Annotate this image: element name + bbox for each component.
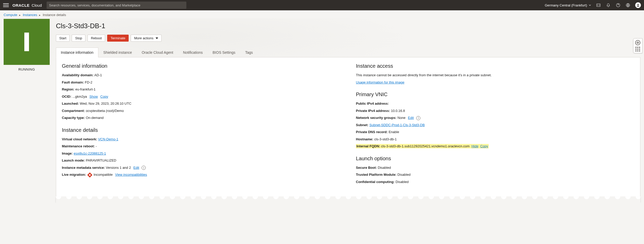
tab-instance-information[interactable]: Instance information bbox=[56, 48, 98, 57]
search-box[interactable] bbox=[47, 2, 186, 9]
image-key: Image: bbox=[62, 151, 73, 155]
metadata-key: Instance metadata service: bbox=[62, 166, 105, 170]
more-actions-button[interactable]: More actions bbox=[131, 35, 161, 42]
ocid-key: OCID: bbox=[62, 95, 71, 98]
topbar: ORACLE Cloud Germany Central (Frankfurt) bbox=[0, 0, 644, 10]
section-general-information: General information bbox=[62, 63, 340, 69]
launch-mode-key: Launch mode: bbox=[62, 158, 85, 162]
metadata-value: Versions 1 and 2 bbox=[106, 166, 131, 170]
start-button[interactable]: Start bbox=[56, 35, 70, 42]
chevron-down-icon bbox=[156, 37, 158, 39]
fqdn-hide-link[interactable]: Hide bbox=[471, 144, 478, 148]
dev-tools-icon[interactable] bbox=[596, 3, 601, 8]
nsg-value: None bbox=[397, 116, 405, 120]
ad-value: AD-1 bbox=[94, 73, 102, 77]
ad-key: Availability domain: bbox=[62, 73, 93, 77]
launch-mode-value: PARAVIRTUALIZED bbox=[86, 158, 116, 162]
nav-menu-button[interactable] bbox=[3, 2, 9, 8]
ocid-value: ...gkm2ya bbox=[72, 95, 87, 98]
tab-panel: General information Availability domain:… bbox=[56, 57, 640, 197]
image-link[interactable]: esxi8u1c-22088125-1 bbox=[74, 151, 106, 155]
announcements-icon[interactable] bbox=[606, 3, 611, 8]
reboot-button[interactable]: Reboot bbox=[87, 35, 105, 42]
fd-value: FD-2 bbox=[85, 80, 92, 84]
secure-boot-value: Disabled bbox=[378, 166, 391, 170]
fqdn-key: Internal FQDN: bbox=[356, 144, 380, 148]
support-widget[interactable] bbox=[633, 38, 642, 53]
stop-button[interactable]: Stop bbox=[72, 35, 85, 42]
usage-information-link[interactable]: Usage information for this image bbox=[356, 80, 404, 84]
public-ip-key: Public IPv4 address: bbox=[356, 102, 389, 105]
lifebuoy-icon bbox=[635, 40, 640, 45]
region-key: Region: bbox=[62, 87, 74, 91]
page-title: Cls-3-Std3-DB-1 bbox=[56, 18, 640, 35]
chevron-down-icon bbox=[589, 4, 591, 6]
hostname-value: cls-3-std3-db-1 bbox=[374, 137, 397, 141]
nsg-key: Network security groups: bbox=[356, 116, 397, 120]
nsg-edit-link[interactable]: Edit bbox=[408, 116, 414, 120]
breadcrumb: Compute ▸ Instances ▸ Instance details bbox=[0, 10, 644, 18]
tpm-key: Trusted Platform Module: bbox=[356, 173, 397, 177]
compartment-value: ocvptestbeta (root)/Demo bbox=[86, 109, 124, 113]
private-ip-key: Private IPv4 address: bbox=[356, 109, 390, 113]
info-icon[interactable]: i bbox=[142, 166, 146, 170]
status-label: RUNNING bbox=[4, 67, 50, 71]
subnet-key: Subnet: bbox=[356, 123, 368, 127]
tab-tags[interactable]: Tags bbox=[240, 48, 258, 57]
section-instance-details: Instance details bbox=[62, 127, 340, 133]
ocid-copy-link[interactable]: Copy bbox=[100, 95, 108, 98]
torn-edge-decoration bbox=[56, 196, 640, 203]
capacity-type-value: On-demand bbox=[86, 116, 104, 120]
vcn-link[interactable]: VCN-Demo-1 bbox=[98, 137, 118, 141]
globe-icon[interactable] bbox=[625, 3, 631, 8]
breadcrumb-compute[interactable]: Compute bbox=[4, 13, 17, 17]
instance-access-note: This instance cannot be accessed directl… bbox=[356, 73, 634, 78]
section-instance-access: Instance access bbox=[356, 63, 634, 69]
maintenance-value: - bbox=[96, 144, 97, 148]
live-migration-value: Incompatible bbox=[93, 173, 113, 177]
tab-notifications[interactable]: Notifications bbox=[178, 48, 208, 57]
fd-key: Fault domain: bbox=[62, 80, 84, 84]
region-selector[interactable]: Germany Central (Frankfurt) bbox=[545, 3, 591, 7]
brand-oracle: ORACLE bbox=[12, 3, 30, 7]
help-icon[interactable] bbox=[616, 3, 621, 8]
tpm-value: Disabled bbox=[397, 173, 411, 177]
brand-cloud: Cloud bbox=[32, 3, 42, 7]
breadcrumb-instances[interactable]: Instances bbox=[23, 13, 37, 17]
secure-boot-key: Secure Boot: bbox=[356, 166, 377, 170]
tab-oracle-cloud-agent[interactable]: Oracle Cloud Agent bbox=[137, 48, 178, 57]
hostname-key: Hostname: bbox=[356, 137, 373, 141]
private-ip-value: 10.0.16.8 bbox=[391, 109, 405, 113]
live-migration-key: Live migration: bbox=[62, 173, 86, 177]
status-glyph bbox=[24, 33, 29, 51]
brand-logo[interactable]: ORACLE Cloud bbox=[12, 3, 42, 7]
section-launch-options: Launch options bbox=[356, 156, 634, 162]
breadcrumb-sep: ▸ bbox=[18, 13, 22, 17]
svg-point-3 bbox=[638, 4, 639, 5]
private-dns-key: Private DNS record: bbox=[356, 130, 388, 134]
launched-key: Launched: bbox=[62, 102, 79, 105]
view-incompatibilities-link[interactable]: View incompatibilities bbox=[115, 173, 147, 177]
vcn-key: Virtual cloud network: bbox=[62, 137, 97, 141]
subnet-link[interactable]: Subnet-SDDC-Prod-1-Cls-3-Std3-DB bbox=[369, 123, 425, 127]
info-icon[interactable]: i bbox=[416, 116, 420, 120]
maintenance-key: Maintenance reboot: bbox=[62, 144, 95, 148]
capacity-type-key: Capacity type: bbox=[62, 116, 85, 120]
region-value: eu-frankfurt-1 bbox=[75, 87, 96, 91]
tab-bios-settings[interactable]: BIOS Settings bbox=[208, 48, 240, 57]
section-primary-vnic: Primary VNIC bbox=[356, 91, 634, 97]
terminate-button[interactable]: Terminate bbox=[107, 35, 129, 42]
breadcrumb-current: Instance details bbox=[43, 13, 66, 17]
tab-shielded-instance[interactable]: Shielded instance bbox=[98, 48, 137, 57]
more-actions-label: More actions bbox=[134, 36, 153, 40]
fqdn-copy-link[interactable]: Copy bbox=[480, 144, 488, 148]
breadcrumb-sep: ▸ bbox=[38, 13, 42, 17]
profile-avatar[interactable] bbox=[635, 2, 641, 8]
metadata-edit-link[interactable]: Edit bbox=[133, 166, 139, 170]
private-dns-value: Enable bbox=[389, 130, 399, 134]
fqdn-value: cls-3-std3-db-1.sub11292025421.vcndemo1.… bbox=[381, 144, 470, 148]
confidential-key: Confidential computing: bbox=[356, 180, 394, 184]
confidential-value: Disabled bbox=[396, 180, 409, 184]
search-input[interactable] bbox=[49, 3, 184, 7]
ocid-show-link[interactable]: Show bbox=[89, 95, 98, 98]
